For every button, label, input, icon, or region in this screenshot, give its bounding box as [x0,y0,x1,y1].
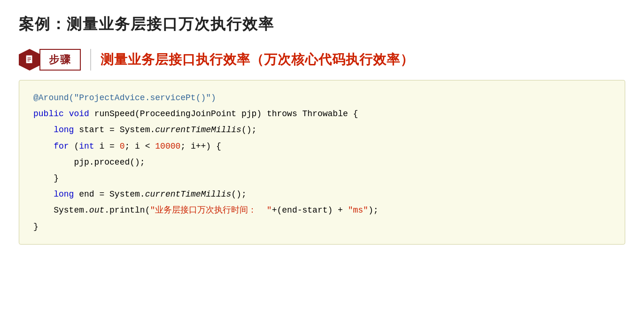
code-line-7: long end = System.currentTimeMillis(); [33,186,611,202]
document-icon [24,55,35,65]
code-line-5: pjp.proceed(); [33,154,611,170]
code-line-4: for (int i = 0; i < 10000; i++) { [33,138,611,154]
code-line-1: @Around("ProjectAdvice.servicePt()") [33,90,611,106]
code-line-6: } [33,170,611,186]
svg-rect-3 [27,61,30,61]
code-line-8: System.out.println("业务层接口万次执行时间： "+(end-… [33,202,611,218]
step-description: 测量业务层接口执行效率（万次核心代码执行效率） [101,51,414,69]
step-label: 步骤 [39,49,81,71]
code-block: @Around("ProjectAdvice.servicePt()") pub… [19,80,625,245]
page-title: 案例：测量业务层接口万次执行效率 [19,14,625,35]
code-line-3: long start = System.currentTimeMillis(); [33,122,611,138]
step-header: 步骤 测量业务层接口执行效率（万次核心代码执行效率） [19,49,625,71]
step-icon [19,49,40,71]
svg-rect-2 [27,59,31,60]
code-line-9: } [33,219,611,235]
step-divider [90,49,91,71]
svg-rect-1 [27,57,31,58]
code-line-2: public void runSpeed(ProceedingJoinPoint… [33,106,611,122]
